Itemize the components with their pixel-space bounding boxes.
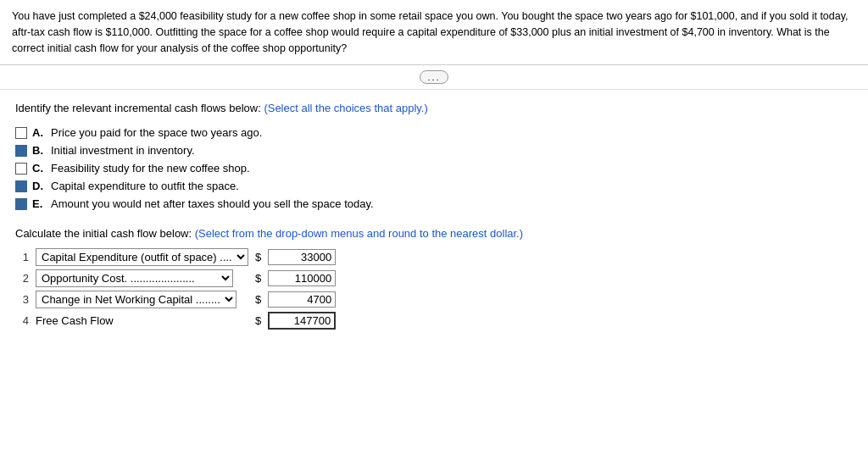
- choice-letter-E: E.: [32, 197, 47, 210]
- calc-instruction-text: Calculate the initial cash flow below:: [15, 227, 192, 240]
- choice-letter-A: A.: [32, 126, 47, 139]
- choice-text-B: Initial investment in inventory.: [51, 144, 195, 157]
- choice-E: E. Amount you would net after taxes shou…: [15, 197, 853, 210]
- choice-C: C. Feasibility study for the new coffee …: [15, 162, 853, 175]
- checkbox-A[interactable]: [15, 127, 27, 139]
- checkbox-C[interactable]: [15, 163, 27, 175]
- row-num-2: 2: [15, 268, 32, 289]
- choice-text-E: Amount you would net after taxes should …: [51, 197, 374, 210]
- identify-instruction-line: Identify the relevant incremental cash f…: [15, 102, 853, 114]
- dollar-1: $: [252, 247, 264, 268]
- dollar-3: $: [252, 289, 264, 310]
- dots-button[interactable]: ...: [420, 70, 448, 84]
- value-cell-2: [264, 268, 339, 289]
- choice-letter-C: C.: [32, 162, 47, 175]
- calc-row-4: 4 Free Cash Flow $: [15, 310, 339, 331]
- choices-list: A. Price you paid for the space two year…: [15, 126, 853, 210]
- row-dropdown-3[interactable]: Change in Net Working Capital ........ C…: [36, 291, 236, 308]
- choice-letter-B: B.: [32, 144, 47, 157]
- value-input-4[interactable]: [268, 312, 336, 330]
- row-label-2: Opportunity Cost. ..................... …: [32, 268, 252, 289]
- calc-section: Calculate the initial cash flow below: (…: [15, 227, 853, 331]
- row-dropdown-2[interactable]: Opportunity Cost. ..................... …: [36, 269, 233, 287]
- value-input-3[interactable]: [268, 291, 336, 308]
- intro-text: You have just completed a $24,000 feasib…: [12, 10, 849, 54]
- value-cell-1: [264, 247, 339, 268]
- calc-row-2: 2 Opportunity Cost. ....................…: [15, 268, 339, 289]
- dollar-2: $: [252, 268, 264, 289]
- divider-row: ...: [0, 65, 868, 90]
- choice-text-D: Capital expenditure to outfit the space.: [51, 180, 239, 192]
- choice-D: D. Capital expenditure to outfit the spa…: [15, 180, 853, 192]
- row-num-3: 3: [15, 289, 32, 310]
- row-num-4: 4: [15, 310, 32, 331]
- choice-A: A. Price you paid for the space two year…: [15, 126, 853, 139]
- value-cell-3: [264, 289, 339, 310]
- choice-B: B. Initial investment in inventory.: [15, 144, 853, 157]
- value-input-1[interactable]: [268, 249, 336, 265]
- main-content: Identify the relevant incremental cash f…: [0, 90, 868, 343]
- calc-row-1: 1 Capital Expenditure (outfit of space) …: [15, 247, 339, 268]
- row-label-1: Capital Expenditure (outfit of space) ..…: [32, 247, 252, 268]
- choice-text-C: Feasibility study for the new coffee sho…: [51, 162, 250, 175]
- row-dropdown-1[interactable]: Capital Expenditure (outfit of space) ..…: [36, 248, 248, 266]
- checkbox-B[interactable]: [15, 145, 27, 157]
- calc-table: 1 Capital Expenditure (outfit of space) …: [15, 247, 339, 331]
- intro-section: You have just completed a $24,000 feasib…: [0, 0, 868, 65]
- identify-note: (Select all the choices that apply.): [264, 102, 427, 114]
- calc-row-3: 3 Change in Net Working Capital ........…: [15, 289, 339, 310]
- identify-instruction-text: Identify the relevant incremental cash f…: [15, 102, 261, 114]
- row-label-4: Free Cash Flow: [32, 310, 252, 331]
- row-num-1: 1: [15, 247, 32, 268]
- value-input-2[interactable]: [268, 270, 336, 286]
- value-cell-4: [264, 310, 339, 331]
- calc-instruction-line: Calculate the initial cash flow below: (…: [15, 227, 853, 240]
- checkbox-E[interactable]: [15, 198, 27, 210]
- calc-note: (Select from the drop-down menus and rou…: [195, 227, 523, 240]
- choice-letter-D: D.: [32, 180, 47, 192]
- row-label-3: Change in Net Working Capital ........ C…: [32, 289, 252, 310]
- choice-text-A: Price you paid for the space two years a…: [51, 126, 262, 139]
- dollar-4: $: [252, 310, 264, 331]
- checkbox-D[interactable]: [15, 180, 27, 192]
